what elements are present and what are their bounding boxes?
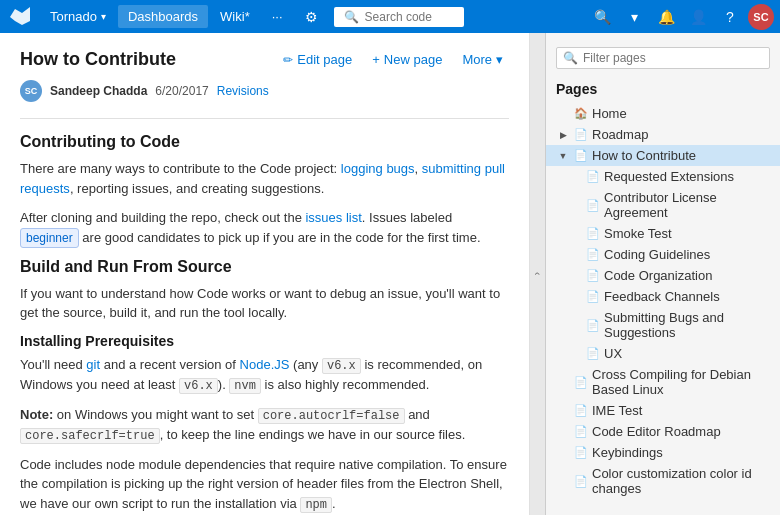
note-label: Note: xyxy=(20,407,53,422)
smoke-label: Smoke Test xyxy=(604,226,776,241)
sidebar-item-code-organization[interactable]: 📄 Code Organization xyxy=(546,265,780,286)
filter-pages-input[interactable] xyxy=(583,51,763,65)
topbar: Tornado ▾ Dashboards Wiki* ··· ⚙ 🔍 🔍 ▾ 🔔… xyxy=(0,0,780,33)
filter-pages-container: 🔍 xyxy=(556,47,770,69)
search-code-container[interactable]: 🔍 xyxy=(334,7,464,27)
license-spacer xyxy=(568,198,582,212)
page-title: How to Contribute xyxy=(20,49,265,70)
reqext-spacer xyxy=(568,170,582,184)
cross-spacer xyxy=(556,375,570,389)
home-spacer xyxy=(556,107,570,121)
build-heading: Build and Run From Source xyxy=(20,258,509,276)
prereq-paragraph: You'll need git and a recent version of … xyxy=(20,355,509,395)
user-icon[interactable]: 👤 xyxy=(684,3,712,31)
ime-icon: 📄 xyxy=(574,404,588,417)
nav-dashboards[interactable]: Dashboards xyxy=(118,5,208,28)
smoke-icon: 📄 xyxy=(586,227,600,240)
sidebar-item-contributor-license[interactable]: 📄 Contributor License Agreement xyxy=(546,187,780,223)
coderoad-icon: 📄 xyxy=(574,425,588,438)
sidebar-item-requested-extensions[interactable]: 📄 Requested Extensions xyxy=(546,166,780,187)
sidebar-item-smoke-test[interactable]: 📄 Smoke Test xyxy=(546,223,780,244)
nav-more-dots[interactable]: ··· xyxy=(262,5,293,28)
v6x-code1: v6.x xyxy=(322,358,361,374)
coding-label: Coding Guidelines xyxy=(604,247,776,262)
nvm-code: nvm xyxy=(229,378,261,394)
new-page-button[interactable]: + New page xyxy=(366,50,448,69)
revisions-link[interactable]: Revisions xyxy=(217,84,269,98)
logging-bugs-link[interactable]: logging bugs xyxy=(341,161,415,176)
bugs-label: Submitting Bugs and Suggestions xyxy=(604,310,776,340)
search-icon: 🔍 xyxy=(344,10,359,24)
author-avatar: SC xyxy=(20,80,42,102)
pull-requests-link[interactable]: submitting pull requests xyxy=(20,161,505,196)
topbar-right: 🔍 ▾ 🔔 👤 ? SC xyxy=(588,3,774,31)
new-page-icon: + xyxy=(372,52,380,67)
sidebar-item-home[interactable]: 🏠 Home xyxy=(546,103,780,124)
main-layout: How to Contribute ✏ Edit page + New page… xyxy=(0,33,780,515)
sidebar-item-coding-guidelines[interactable]: 📄 Coding Guidelines xyxy=(546,244,780,265)
search-code-input[interactable] xyxy=(365,10,454,24)
sidebar-item-submitting-bugs[interactable]: 📄 Submitting Bugs and Suggestions xyxy=(546,307,780,343)
sidebar-item-keybindings[interactable]: 📄 Keybindings xyxy=(546,442,780,463)
more-button[interactable]: More ▾ xyxy=(456,50,509,69)
ime-spacer xyxy=(556,404,570,418)
intro-paragraph: There are many ways to contribute to the… xyxy=(20,159,509,198)
settings-button[interactable]: ⚙ xyxy=(295,5,328,29)
sidebar: ‹ 🔍 Pages 🏠 Home ▶ 📄 xyxy=(530,33,780,515)
divider xyxy=(20,118,509,119)
roadmap-expand-icon[interactable]: ▶ xyxy=(556,128,570,142)
sidebar-item-roadmap[interactable]: ▶ 📄 Roadmap xyxy=(546,124,780,145)
project-selector[interactable]: Tornado ▾ xyxy=(40,5,116,28)
keybind-icon: 📄 xyxy=(574,446,588,459)
v6x-code2: v6.x xyxy=(179,378,218,394)
coding-icon: 📄 xyxy=(586,248,600,261)
app-logo[interactable] xyxy=(6,3,34,31)
keybind-spacer xyxy=(556,446,570,460)
edit-icon: ✏ xyxy=(283,53,293,67)
roadmap-label: Roadmap xyxy=(592,127,776,142)
sidebar-item-how-to-contribute[interactable]: ▼ 📄 How to Contribute xyxy=(546,145,780,166)
codeorg-icon: 📄 xyxy=(586,269,600,282)
help-icon[interactable]: ? xyxy=(716,3,744,31)
search-icon-btn[interactable]: 🔍 xyxy=(588,3,616,31)
ux-icon: 📄 xyxy=(586,347,600,360)
user-avatar[interactable]: SC xyxy=(748,4,774,30)
main-heading: Contributing to Code xyxy=(20,133,509,151)
home-label: Home xyxy=(592,106,776,121)
git-link[interactable]: git xyxy=(86,357,100,372)
bugs-spacer xyxy=(568,318,582,332)
page-actions: ✏ Edit page + New page More ▾ xyxy=(277,50,509,69)
pages-title: Pages xyxy=(546,77,780,103)
howto-expand-icon[interactable]: ▼ xyxy=(556,149,570,163)
sidebar-item-ux[interactable]: 📄 UX xyxy=(546,343,780,364)
sidebar-item-cross-compiling[interactable]: 📄 Cross Compiling for Debian Based Linux xyxy=(546,364,780,400)
ux-label: UX xyxy=(604,346,776,361)
npm-code: npm xyxy=(300,497,332,513)
license-icon: 📄 xyxy=(586,199,600,212)
notifications-icon[interactable]: 🔔 xyxy=(652,3,680,31)
sidebar-item-feedback-channels[interactable]: 📄 Feedback Channels xyxy=(546,286,780,307)
cross-label: Cross Compiling for Debian Based Linux xyxy=(592,367,776,397)
roadmap-icon: 📄 xyxy=(574,128,588,141)
color-spacer xyxy=(556,474,570,488)
autocrlf-code: core.autocrlf=false xyxy=(258,408,405,424)
build-paragraph: If you want to understand how Code works… xyxy=(20,284,509,323)
sidebar-collapse-button[interactable]: ‹ xyxy=(530,33,546,515)
deps-paragraph: Code includes node module dependencies t… xyxy=(20,455,509,514)
sidebar-item-ime-test[interactable]: 📄 IME Test xyxy=(546,400,780,421)
page-date: 6/20/2017 xyxy=(155,84,208,98)
nav-wiki[interactable]: Wiki* xyxy=(210,5,260,28)
keybind-label: Keybindings xyxy=(592,445,776,460)
color-icon: 📄 xyxy=(574,475,588,488)
reqext-icon: 📄 xyxy=(586,170,600,183)
ime-label: IME Test xyxy=(592,403,776,418)
howto-label: How to Contribute xyxy=(592,148,776,163)
sidebar-item-color-customization[interactable]: 📄 Color customization color id changes xyxy=(546,463,780,499)
safecrlf-code: core.safecrlf=true xyxy=(20,428,160,444)
issues-list-link[interactable]: issues list xyxy=(305,210,361,225)
edit-page-button[interactable]: ✏ Edit page xyxy=(277,50,358,69)
dropdown-icon-btn[interactable]: ▾ xyxy=(620,3,648,31)
author-name: Sandeep Chadda xyxy=(50,84,147,98)
nodejs-link[interactable]: Node.JS xyxy=(240,357,290,372)
sidebar-item-code-editor-roadmap[interactable]: 📄 Code Editor Roadmap xyxy=(546,421,780,442)
